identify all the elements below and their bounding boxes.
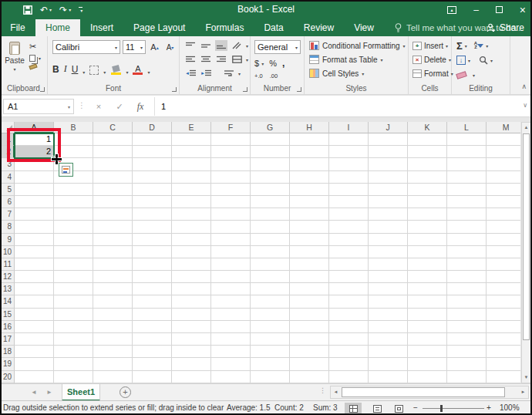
cell-C12[interactable] bbox=[93, 271, 133, 283]
cell-F12[interactable] bbox=[211, 271, 251, 283]
cell-M20[interactable] bbox=[487, 371, 520, 383]
cell-F13[interactable] bbox=[211, 283, 251, 295]
cell-M10[interactable] bbox=[487, 246, 520, 258]
align-middle-button[interactable] bbox=[200, 40, 212, 51]
cell-D19[interactable] bbox=[133, 358, 172, 370]
cell-H4[interactable] bbox=[290, 171, 329, 184]
cell-styles-button[interactable]: Cell Styles ▾ bbox=[309, 67, 364, 79]
row-header-6[interactable]: 6 bbox=[0, 196, 15, 208]
format-as-table-button[interactable]: Format as Table ▾ bbox=[309, 53, 383, 66]
formula-input[interactable]: 1 bbox=[154, 97, 515, 116]
accounting-format-button[interactable]: $ bbox=[254, 59, 259, 68]
cell-G13[interactable] bbox=[251, 283, 290, 295]
merge-center-button[interactable] bbox=[231, 54, 243, 65]
cell-B12[interactable] bbox=[54, 271, 93, 283]
cell-L9[interactable] bbox=[447, 234, 487, 246]
cell-D2[interactable] bbox=[133, 146, 172, 158]
cell-L6[interactable] bbox=[447, 196, 487, 208]
row-header-5[interactable]: 5 bbox=[0, 184, 15, 196]
cell-E5[interactable] bbox=[172, 184, 211, 196]
cell-I17[interactable] bbox=[329, 333, 369, 346]
cell-E11[interactable] bbox=[172, 258, 211, 271]
cell-I15[interactable] bbox=[329, 309, 369, 321]
cell-B14[interactable] bbox=[54, 295, 93, 308]
cell-F2[interactable] bbox=[211, 146, 251, 158]
cell-F17[interactable] bbox=[211, 333, 251, 346]
zoom-in-button[interactable]: + bbox=[487, 401, 491, 415]
share-button[interactable]: Share bbox=[487, 19, 524, 36]
font-name-combo[interactable]: Calibri▾ bbox=[52, 40, 120, 54]
bold-button[interactable]: B bbox=[52, 64, 59, 75]
scroll-right-icon[interactable]: ► bbox=[518, 386, 528, 398]
cell-J15[interactable] bbox=[369, 309, 408, 321]
cell-H1[interactable] bbox=[290, 133, 329, 146]
cell-A17[interactable] bbox=[15, 333, 54, 346]
cell-C3[interactable] bbox=[93, 158, 133, 170]
row-header-16[interactable]: 16 bbox=[0, 321, 15, 333]
cell-L2[interactable] bbox=[447, 146, 487, 158]
cell-C1[interactable] bbox=[93, 133, 133, 146]
next-sheet-button[interactable]: ► bbox=[46, 384, 52, 401]
cell-D5[interactable] bbox=[133, 184, 172, 196]
formula-bar-grip[interactable]: ⋮ bbox=[78, 101, 86, 110]
cell-J6[interactable] bbox=[369, 196, 408, 208]
cell-J12[interactable] bbox=[369, 271, 408, 283]
cell-K9[interactable] bbox=[408, 234, 447, 246]
font-dialog-launcher[interactable] bbox=[172, 87, 177, 92]
align-top-button[interactable] bbox=[184, 40, 197, 51]
cell-I6[interactable] bbox=[329, 196, 369, 208]
column-header-D[interactable]: D bbox=[133, 122, 172, 133]
caret-down-icon[interactable]: ▾ bbox=[261, 61, 264, 66]
cell-F9[interactable] bbox=[211, 234, 251, 246]
cell-C10[interactable] bbox=[93, 246, 133, 258]
cell-K1[interactable] bbox=[408, 133, 447, 146]
cell-G7[interactable] bbox=[251, 208, 290, 221]
cell-E17[interactable] bbox=[172, 333, 211, 346]
cell-F10[interactable] bbox=[211, 246, 251, 258]
cell-J16[interactable] bbox=[369, 321, 408, 333]
cell-K12[interactable] bbox=[408, 271, 447, 283]
cell-H14[interactable] bbox=[290, 295, 329, 308]
cell-D15[interactable] bbox=[133, 309, 172, 321]
caret-down-icon[interactable]: ▾ bbox=[126, 69, 128, 75]
borders-button[interactable] bbox=[89, 66, 99, 75]
vertical-scrollbar-thumb[interactable] bbox=[523, 133, 530, 340]
row-header-12[interactable]: 12 bbox=[0, 271, 15, 283]
cell-G16[interactable] bbox=[251, 321, 290, 333]
cell-J17[interactable] bbox=[369, 333, 408, 346]
column-header-G[interactable]: G bbox=[251, 122, 290, 133]
cell-L1[interactable] bbox=[447, 133, 487, 146]
page-break-preview-button[interactable] bbox=[390, 403, 407, 414]
caret-down-icon[interactable]: ▾ bbox=[486, 43, 488, 49]
cell-B19[interactable] bbox=[54, 358, 93, 370]
cell-K3[interactable] bbox=[408, 158, 447, 170]
cell-F16[interactable] bbox=[211, 321, 251, 333]
caret-down-icon[interactable]: ▾ bbox=[468, 58, 470, 63]
cell-L3[interactable] bbox=[447, 158, 487, 170]
cell-L15[interactable] bbox=[447, 309, 487, 321]
sheet-tab-sheet1[interactable]: Sheet1 bbox=[62, 384, 100, 401]
cell-A8[interactable] bbox=[15, 221, 54, 233]
column-header-H[interactable]: H bbox=[290, 122, 329, 133]
cell-K10[interactable] bbox=[408, 246, 447, 258]
cell-B6[interactable] bbox=[54, 196, 93, 208]
cell-I18[interactable] bbox=[329, 346, 369, 358]
cell-L8[interactable] bbox=[447, 221, 487, 233]
cell-E15[interactable] bbox=[172, 309, 211, 321]
cell-C4[interactable] bbox=[93, 171, 133, 184]
cell-K17[interactable] bbox=[408, 333, 447, 346]
percent-style-button[interactable]: % bbox=[269, 59, 277, 68]
cell-F6[interactable] bbox=[211, 196, 251, 208]
expand-formula-bar-button[interactable]: ∨ bbox=[523, 102, 527, 109]
cell-E4[interactable] bbox=[172, 171, 211, 184]
enter-button[interactable]: ✓ bbox=[112, 100, 127, 113]
cell-A16[interactable] bbox=[15, 321, 54, 333]
zoom-out-button[interactable]: − bbox=[413, 401, 418, 415]
cell-E3[interactable] bbox=[172, 158, 211, 170]
normal-view-button[interactable] bbox=[345, 403, 362, 414]
cell-K18[interactable] bbox=[408, 346, 447, 358]
row-header-17[interactable]: 17 bbox=[0, 333, 15, 346]
cell-B15[interactable] bbox=[54, 309, 93, 321]
cell-L16[interactable] bbox=[447, 321, 487, 333]
cell-D17[interactable] bbox=[133, 333, 172, 346]
